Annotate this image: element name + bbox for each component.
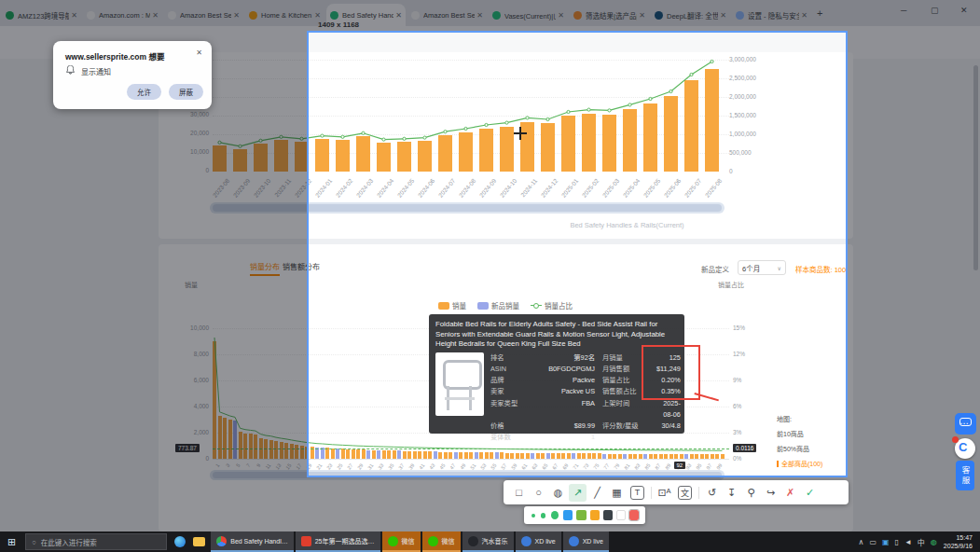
sales-bar[interactable] [362, 449, 366, 459]
sales-bar[interactable] [372, 450, 376, 459]
new-product-definition-dropdown[interactable]: 6个月∨ [738, 260, 786, 275]
image-translate-tool[interactable]: ⊡ᴬ [656, 484, 673, 502]
sales-bar[interactable] [500, 452, 504, 459]
start-button[interactable]: ⊞ [7, 536, 16, 548]
taskbar-search-input[interactable]: ○ 在此键入进行搜索 [25, 533, 167, 550]
sales-bar[interactable] [393, 450, 396, 459]
sales-bar[interactable] [705, 69, 719, 172]
brush-size-dot[interactable] [551, 511, 559, 519]
color-swatch[interactable] [590, 510, 600, 520]
assistant-widget-button[interactable]: C [955, 438, 975, 459]
sales-bar[interactable] [541, 123, 555, 172]
sales-bar[interactable] [664, 96, 678, 172]
taskbar-task[interactable]: XD live [516, 531, 561, 552]
taskbar-task[interactable]: 25年第一期选品选… [296, 531, 380, 552]
taskbar-task[interactable]: 微信 [422, 531, 461, 552]
tray-app-icon[interactable]: ▣ [882, 538, 890, 546]
allow-button[interactable]: 允许 [127, 84, 161, 100]
color-swatch[interactable] [629, 510, 639, 520]
share-button[interactable]: ↪ [762, 484, 780, 502]
sales-bar[interactable] [623, 109, 637, 172]
sales-bar[interactable] [464, 452, 468, 459]
color-swatch[interactable] [576, 510, 586, 520]
undo-button[interactable]: ↺ [703, 484, 721, 502]
new-product-bar[interactable] [377, 450, 380, 459]
new-product-bar[interactable] [454, 452, 458, 459]
sales-bar[interactable] [407, 451, 411, 459]
sales-bar[interactable] [382, 450, 386, 459]
line-tool[interactable]: ╱ [588, 484, 606, 502]
sales-bar[interactable] [377, 143, 391, 172]
sales-bar[interactable] [602, 115, 616, 172]
sales-bar[interactable] [356, 449, 360, 459]
sales-bar[interactable] [459, 132, 473, 172]
rect-tool[interactable]: □ [510, 484, 528, 502]
sales-bar[interactable] [582, 114, 596, 172]
sales-bar[interactable] [331, 448, 335, 459]
block-button[interactable]: 屏蔽 [169, 84, 203, 100]
sales-bar[interactable] [418, 141, 432, 172]
new-product-bar[interactable] [434, 451, 437, 459]
sales-bar[interactable] [387, 450, 391, 459]
taskbar-clock[interactable]: 15:47 2025/9/16 [944, 533, 973, 550]
brush-size-dot[interactable] [541, 513, 546, 518]
tray-network-icon[interactable]: ◍ [931, 538, 937, 546]
sales-bar[interactable] [469, 452, 473, 459]
tray-chevron-icon[interactable]: ∧ [859, 538, 864, 546]
save-button[interactable]: ↧ [723, 484, 740, 502]
taskbar-explorer-icon[interactable] [193, 537, 205, 546]
sales-bar[interactable] [403, 451, 407, 459]
taskbar-task[interactable]: 汽水音乐 [462, 531, 514, 552]
taskbar-task[interactable]: Bed Safety Handl… [211, 531, 293, 552]
color-swatch[interactable] [563, 510, 573, 520]
pin-button[interactable]: ⚲ [742, 484, 760, 502]
new-product-bar[interactable] [397, 450, 401, 459]
sales-bar[interactable] [315, 139, 329, 172]
sales-bar[interactable] [490, 452, 493, 459]
sales-bar[interactable] [397, 142, 411, 172]
ellipse-tool[interactable]: ○ [530, 484, 547, 502]
arrow-tool[interactable]: ↗ [569, 484, 587, 502]
counter-tool[interactable]: ◍ [549, 484, 567, 502]
sales-bar[interactable] [438, 452, 442, 459]
sales-bar[interactable] [418, 451, 421, 459]
sales-bar[interactable] [413, 451, 417, 459]
mosaic-tool[interactable]: ▦ [608, 484, 626, 502]
sales-bar[interactable] [444, 452, 448, 459]
tray-volume-icon[interactable]: ◄ [904, 538, 912, 546]
sales-bar[interactable] [500, 127, 514, 172]
color-swatch[interactable] [616, 510, 626, 520]
sales-bar[interactable] [336, 140, 350, 172]
taskbar-task[interactable]: 微信 [382, 531, 421, 552]
sales-bar[interactable] [423, 451, 427, 459]
tray-ime-indicator[interactable]: 中 [918, 537, 925, 547]
ocr-tool[interactable]: 文 [678, 486, 692, 500]
new-product-bar[interactable] [475, 452, 478, 459]
sales-bar[interactable] [479, 452, 483, 459]
text-tool[interactable]: T [630, 486, 644, 500]
sales-bar[interactable] [352, 449, 355, 459]
sales-bar[interactable] [561, 116, 575, 172]
tray-device-icon[interactable]: ▯ [895, 538, 899, 546]
new-product-bar[interactable] [336, 448, 339, 459]
brush-size-dot[interactable] [531, 514, 535, 518]
new-product-bar[interactable] [495, 452, 499, 459]
sales-bar[interactable] [346, 449, 350, 459]
color-swatch[interactable] [603, 510, 613, 520]
sales-bar[interactable] [485, 452, 489, 459]
sales-bar[interactable] [356, 136, 370, 172]
sales-bar[interactable] [428, 451, 432, 459]
tray-display-icon[interactable]: ▭ [869, 538, 876, 546]
new-product-bar[interactable] [366, 450, 370, 459]
customer-service-button[interactable]: 客服 [956, 461, 974, 490]
notification-close-icon[interactable]: ✕ [196, 48, 202, 57]
sales-bar[interactable] [459, 452, 462, 459]
sales-bar[interactable] [341, 448, 345, 459]
cancel-button[interactable]: ✗ [781, 484, 799, 502]
sales-bar[interactable] [438, 135, 452, 172]
taskbar-task[interactable]: XD live [563, 531, 609, 552]
sales-bar[interactable] [684, 80, 698, 172]
sales-bar[interactable] [643, 104, 657, 172]
sales-bar[interactable] [449, 452, 452, 459]
confirm-button[interactable]: ✓ [801, 484, 819, 502]
